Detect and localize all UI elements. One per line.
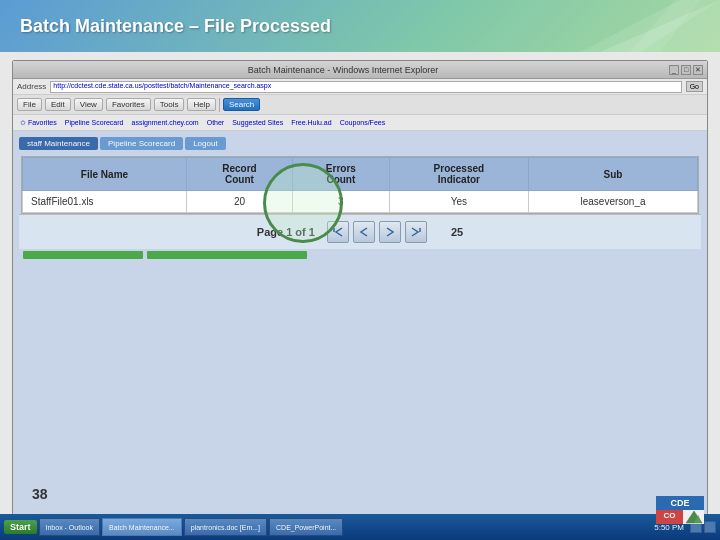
address-label: Address — [17, 82, 46, 91]
header-decoration — [520, 0, 720, 52]
toolbar-separator — [219, 98, 220, 112]
nav-logout[interactable]: Logout — [185, 137, 225, 150]
browser-window: Batch Maintenance - Windows Internet Exp… — [12, 60, 708, 532]
cell-errors-count: 3 — [292, 191, 389, 213]
browser-title: Batch Maintenance - Windows Internet Exp… — [17, 65, 669, 75]
main-content: Batch Maintenance - Windows Internet Exp… — [0, 52, 720, 540]
progress-bars — [19, 249, 701, 261]
bookmark-coupons[interactable]: Coupons/Fees — [337, 119, 389, 126]
progress-bar-2 — [147, 251, 307, 259]
col-record-count: RecordCount — [186, 158, 292, 191]
bookmark-favorites[interactable]: ✩ Favorites — [17, 119, 60, 127]
url-input[interactable]: http://cdctest.cde.state.ca.us/posttest/… — [50, 81, 681, 93]
bookmark-hulu[interactable]: Free.Hulu.ad — [288, 119, 334, 126]
tray-icon-2 — [704, 521, 716, 533]
bookmark-suggested[interactable]: Suggested Sites — [229, 119, 286, 126]
taskbar-item-batch[interactable]: Batch Maintenance... — [102, 518, 182, 536]
progress-bar-1 — [23, 251, 143, 259]
col-sub: Sub — [528, 158, 697, 191]
prev-page-button[interactable] — [353, 221, 375, 243]
bookmarks-bar: ✩ Favorites Pipeline Scorecard assignmen… — [13, 115, 707, 131]
nav-pills: staff Maintenance Pipeline Scorecard Log… — [19, 137, 701, 150]
cell-file-name: StaffFile01.xls — [23, 191, 187, 213]
data-table: File Name RecordCount ErrorsCount Proces… — [22, 157, 698, 213]
browser-titlebar: Batch Maintenance - Windows Internet Exp… — [13, 61, 707, 79]
edit-menu[interactable]: Edit — [45, 98, 71, 111]
page-count: 25 — [451, 226, 463, 238]
favorites-menu[interactable]: Favorites — [106, 98, 151, 111]
nav-pipeline[interactable]: Pipeline Scorecard — [100, 137, 183, 150]
view-menu[interactable]: View — [74, 98, 103, 111]
taskbar: Start Inbox - Outlook Batch Maintenance.… — [0, 514, 720, 540]
pagination-area: Page 1 of 1 25 — [19, 214, 701, 249]
page-header: Batch Maintenance – File Processed — [0, 0, 720, 52]
table-header-row: File Name RecordCount ErrorsCount Proces… — [23, 158, 698, 191]
taskbar-item-cde[interactable]: CDE_PowerPoint... — [269, 518, 343, 536]
file-menu[interactable]: File — [17, 98, 42, 111]
go-button[interactable]: Go — [686, 81, 703, 92]
bookmark-other[interactable]: Other — [204, 119, 228, 126]
cde-co-label: CO — [656, 510, 683, 524]
taskbar-item-inbox[interactable]: Inbox - Outlook — [39, 518, 100, 536]
nav-staff-maintenance[interactable]: staff Maintenance — [19, 137, 98, 150]
browser-controls: _ □ ✕ — [669, 65, 703, 75]
maximize-button[interactable]: □ — [681, 65, 691, 75]
cde-label: CDE — [656, 496, 704, 510]
browser-address-bar: Address http://cdctest.cde.state.ca.us/p… — [13, 79, 707, 95]
taskbar-item-plantronics[interactable]: plantronics.doc [Em...] — [184, 518, 267, 536]
browser-toolbar: File Edit View Favorites Tools Help Sear… — [13, 95, 707, 115]
page-label: Page 1 of 1 — [257, 226, 315, 238]
cell-sub: leaseverson_a — [528, 191, 697, 213]
col-file-name: File Name — [23, 158, 187, 191]
slide-number: 38 — [32, 486, 48, 502]
minimize-button[interactable]: _ — [669, 65, 679, 75]
last-page-button[interactable] — [405, 221, 427, 243]
cell-record-count: 20 — [186, 191, 292, 213]
first-page-button[interactable] — [327, 221, 349, 243]
search-button[interactable]: Search — [223, 98, 260, 111]
cde-mountain-icon — [683, 510, 704, 524]
start-button[interactable]: Start — [4, 520, 37, 534]
bookmark-assignment[interactable]: assignment.chey.com — [129, 119, 202, 126]
next-page-button[interactable] — [379, 221, 401, 243]
cde-bottom: CO — [656, 510, 704, 524]
cell-processed-indicator: Yes — [389, 191, 528, 213]
browser-content: staff Maintenance Pipeline Scorecard Log… — [13, 131, 707, 517]
table-row: StaffFile01.xls 20 3 Yes leaseverson_a — [23, 191, 698, 213]
bookmark-pipeline[interactable]: Pipeline Scorecard — [62, 119, 127, 126]
cde-logo: CDE CO — [656, 496, 704, 532]
data-table-container: File Name RecordCount ErrorsCount Proces… — [21, 156, 699, 214]
tools-menu[interactable]: Tools — [154, 98, 185, 111]
col-processed-indicator: ProcessedIndicator — [389, 158, 528, 191]
footer: 38 — [12, 476, 68, 512]
close-button[interactable]: ✕ — [693, 65, 703, 75]
col-errors-count: ErrorsCount — [292, 158, 389, 191]
help-menu[interactable]: Help — [187, 98, 215, 111]
page-title: Batch Maintenance – File Processed — [20, 16, 331, 37]
